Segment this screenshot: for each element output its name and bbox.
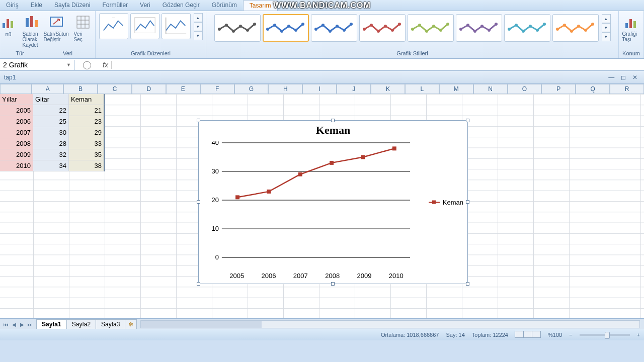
svg-point-45 xyxy=(446,23,449,26)
chart-style-thumb[interactable] xyxy=(456,14,502,42)
new-sheet-button[interactable]: ✻ xyxy=(125,319,137,329)
cell[interactable]: 28 xyxy=(33,138,69,149)
column-header[interactable]: F xyxy=(200,84,234,94)
svg-rect-66 xyxy=(633,21,636,28)
horizontal-scrollbar[interactable] xyxy=(140,320,640,328)
move-chart-button[interactable]: Grafiği Taşı xyxy=(620,13,642,43)
minimize-icon[interactable]: — xyxy=(606,74,616,81)
ribbon-tab-veri[interactable]: Veri xyxy=(134,0,156,11)
column-header[interactable]: I xyxy=(302,84,337,94)
switch-row-col-button[interactable]: Satır/Sütun Değiştir xyxy=(41,13,70,43)
cell[interactable]: 2010 xyxy=(0,160,33,171)
zoom-slider[interactable] xyxy=(580,334,630,336)
select-all-corner[interactable] xyxy=(0,84,32,94)
ribbon-tab-sayfa düzeni[interactable]: Sayfa Düzeni xyxy=(48,0,96,11)
select-data-button[interactable]: Veri Seç xyxy=(72,13,94,43)
fx-icon[interactable]: fx xyxy=(100,61,112,69)
view-buttons[interactable] xyxy=(515,331,541,339)
chart-style-thumb[interactable] xyxy=(263,14,309,42)
chart-style-thumb[interactable] xyxy=(214,14,261,42)
cell[interactable]: 29 xyxy=(69,127,105,138)
watermark: WWW.BANDICAM.COM xyxy=(273,1,371,10)
cell[interactable]: 34 xyxy=(33,160,69,171)
move-chart-icon xyxy=(623,14,639,30)
column-header[interactable]: B xyxy=(63,84,98,94)
svg-point-26 xyxy=(294,29,297,32)
column-header[interactable]: K xyxy=(371,84,405,94)
sheet-tab[interactable]: Sayfa3 xyxy=(96,319,125,329)
cell-header[interactable]: Yıllar xyxy=(0,94,33,105)
layout-thumb[interactable] xyxy=(162,13,191,39)
ribbon-tab-ekle[interactable]: Ekle xyxy=(25,0,48,11)
sheet-tab[interactable]: Sayfa1 xyxy=(36,319,67,329)
svg-rect-5 xyxy=(35,20,38,27)
cell[interactable]: 35 xyxy=(69,149,105,160)
name-box[interactable]: 2 Grafik▼ xyxy=(0,60,74,70)
column-header[interactable]: J xyxy=(337,84,371,94)
column-header[interactable]: L xyxy=(405,84,439,94)
column-header[interactable]: E xyxy=(166,84,200,94)
cell[interactable]: 2008 xyxy=(0,138,33,149)
chart-style-thumb[interactable] xyxy=(311,14,357,42)
layout-thumb[interactable] xyxy=(130,13,159,39)
close-icon[interactable]: ✕ xyxy=(630,74,640,81)
column-header[interactable]: G xyxy=(234,84,269,94)
column-header[interactable]: N xyxy=(473,84,508,94)
cell[interactable]: 38 xyxy=(69,160,105,171)
chart-style-thumb[interactable] xyxy=(504,14,550,42)
svg-point-27 xyxy=(301,23,304,26)
chart-legend[interactable]: Keman xyxy=(429,199,463,206)
cell[interactable]: 33 xyxy=(69,138,105,149)
formula-input[interactable] xyxy=(112,60,644,69)
cell[interactable]: 22 xyxy=(33,105,69,116)
sheet-tab[interactable]: Sayfa2 xyxy=(66,319,96,329)
chart-style-thumb[interactable] xyxy=(359,14,406,42)
cell[interactable]: 21 xyxy=(69,105,105,116)
chart-title[interactable]: Keman xyxy=(199,121,467,140)
layout-thumb[interactable]: — xyxy=(99,13,128,39)
chart-styles-gallery[interactable]: ▴▾▾ xyxy=(213,13,612,43)
style-scroll[interactable]: ▴▾▾ xyxy=(602,14,611,42)
column-header[interactable]: M xyxy=(439,84,473,94)
zoom-in-button[interactable]: + xyxy=(637,332,640,338)
change-chart-type-button[interactable]: nü xyxy=(0,13,20,49)
ribbon-tab-gözden geçir[interactable]: Gözden Geçir xyxy=(156,0,206,11)
cell[interactable]: 30 xyxy=(33,127,69,138)
column-header[interactable]: R xyxy=(610,84,644,94)
cell[interactable]: 2009 xyxy=(0,149,33,160)
cell-header[interactable]: Gitar xyxy=(33,94,69,105)
chart-layouts-gallery[interactable]: — ▴▾▾ xyxy=(99,13,203,40)
column-header[interactable]: Q xyxy=(576,84,610,94)
ribbon-tab-formüller[interactable]: Formüller xyxy=(96,0,134,11)
cell[interactable]: 23 xyxy=(69,116,105,127)
zoom-level[interactable]: %100 xyxy=(548,332,562,338)
column-header[interactable]: A xyxy=(32,84,63,94)
save-template-button[interactable]: Şablon Olarak Kaydet xyxy=(21,13,43,49)
ribbon-tab-giriş[interactable]: Giriş xyxy=(0,0,25,11)
chart-style-thumb[interactable] xyxy=(552,14,599,42)
cell[interactable]: 32 xyxy=(33,149,69,160)
spreadsheet-grid[interactable]: ABCDEFGHIJKLMNOPQR Yıllar200520062007200… xyxy=(0,84,644,318)
column-header[interactable]: O xyxy=(508,84,542,94)
svg-point-34 xyxy=(363,28,366,31)
cell[interactable]: 2006 xyxy=(0,116,33,127)
column-header[interactable]: C xyxy=(98,84,132,94)
chart-plot-area[interactable]: 010203040 xyxy=(208,141,412,265)
cell[interactable]: 2007 xyxy=(0,127,33,138)
chart-style-thumb[interactable] xyxy=(408,14,454,42)
column-header[interactable]: P xyxy=(541,84,576,94)
zoom-out-button[interactable]: − xyxy=(569,332,572,338)
layout-scroll[interactable]: ▴▾▾ xyxy=(194,13,203,40)
ribbon-tab-tasarım[interactable]: Tasarım xyxy=(243,0,278,11)
column-header[interactable]: H xyxy=(268,84,302,94)
sheet-nav-buttons[interactable]: ⏮◀▶⏭ xyxy=(0,321,36,328)
cell[interactable]: 25 xyxy=(33,116,69,127)
maximize-icon[interactable]: ◻ xyxy=(618,74,628,81)
svg-point-25 xyxy=(287,25,290,28)
cell[interactable]: 2005 xyxy=(0,105,33,116)
cell-header[interactable]: Keman xyxy=(69,94,105,105)
ribbon-tab-görünüm[interactable]: Görünüm xyxy=(206,0,243,11)
column-header[interactable]: D xyxy=(132,84,166,94)
embedded-chart[interactable]: Keman 010203040 Keman 200520062007200820… xyxy=(198,120,468,284)
svg-point-41 xyxy=(418,24,421,27)
